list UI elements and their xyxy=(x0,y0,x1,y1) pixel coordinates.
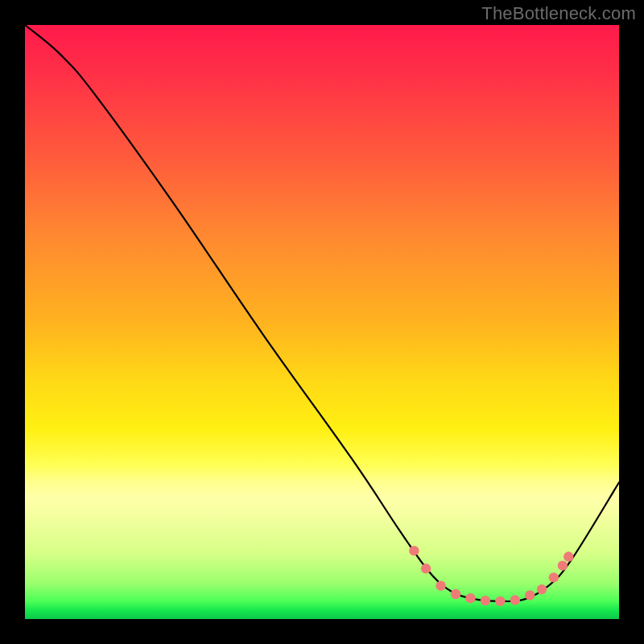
curve-marker xyxy=(451,589,460,599)
chart-frame: TheBottleneck.com xyxy=(0,0,644,644)
curve-marker xyxy=(558,560,568,570)
curve-marker xyxy=(495,597,505,606)
curve-marker xyxy=(549,572,559,582)
attribution-label: TheBottleneck.com xyxy=(481,3,636,24)
plot-area xyxy=(25,25,619,619)
curve-marker xyxy=(537,584,547,594)
bottleneck-curve xyxy=(25,25,619,601)
curve-marker xyxy=(465,593,475,603)
curve-marker xyxy=(421,564,431,573)
curve-marker xyxy=(436,580,445,590)
curve-marker xyxy=(564,551,573,561)
curve-layer xyxy=(25,25,619,619)
curve-marker xyxy=(510,595,520,605)
curve-marker xyxy=(409,546,419,555)
curve-marker xyxy=(525,590,535,600)
curve-marker xyxy=(481,596,490,605)
